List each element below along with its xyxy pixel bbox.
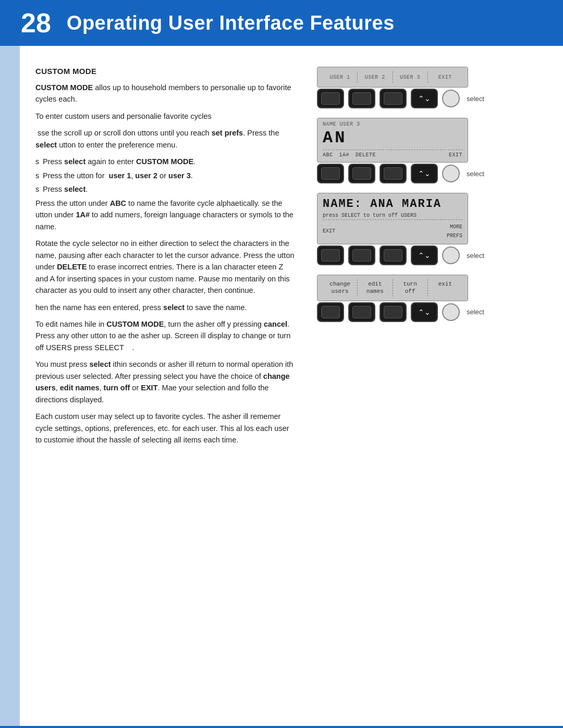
more-prefs: MOREPREFS bbox=[447, 222, 462, 240]
hw-button-arrow-2[interactable]: ⌃⌄ bbox=[411, 164, 438, 183]
hw-button-8-inner bbox=[352, 249, 371, 262]
hw-button-4[interactable] bbox=[317, 164, 344, 183]
name-user-bottom: ABC 1A# DELETE EXIT bbox=[323, 150, 462, 158]
user3-label: user 3 bbox=[400, 75, 420, 80]
chapter-title: Operating User Interface Features bbox=[67, 12, 395, 34]
hw-button-3[interactable] bbox=[380, 89, 407, 108]
bottom-bar bbox=[0, 726, 563, 728]
button-row-3: ⌃⌄ select bbox=[317, 245, 468, 265]
hw-knob-3[interactable] bbox=[442, 246, 460, 264]
paragraph-7: To edit names hile in CUSTOM MODE, turn … bbox=[35, 318, 296, 353]
edit-names-cell: editnames bbox=[358, 279, 393, 297]
hw-button-3-inner bbox=[384, 92, 402, 105]
change-edit-panel: changeusers editnames turnoff EXIT ⌃⌄ se… bbox=[317, 275, 468, 322]
name-user-value: AN bbox=[323, 128, 462, 147]
hw-button-arrow-1[interactable]: ⌃⌄ bbox=[411, 89, 438, 108]
ana-maria-title: NAME: ANA MARIA bbox=[323, 198, 462, 211]
user2-cell: user 2 bbox=[358, 71, 393, 83]
hw-button-10-inner bbox=[321, 306, 340, 318]
user1-label: user 1 bbox=[330, 75, 350, 80]
name-user-screen: NAME USER 3 AN ABC 1A# DELETE EXIT bbox=[317, 118, 468, 163]
hw-button-2[interactable] bbox=[348, 89, 375, 108]
hw-button-2-inner bbox=[352, 92, 371, 105]
select-label-4: select bbox=[467, 308, 484, 316]
paragraph-8: You must press select ithin seconds or a… bbox=[35, 359, 296, 405]
hw-knob-1[interactable] bbox=[442, 90, 460, 107]
turn-off-cell: turnoff bbox=[393, 279, 428, 297]
hw-button-8[interactable] bbox=[348, 245, 375, 265]
hw-knob-2[interactable] bbox=[442, 165, 460, 182]
hw-button-6[interactable] bbox=[380, 164, 407, 183]
change-edit-screen: changeusers editnames turnoff EXIT bbox=[317, 275, 468, 301]
text-column: Custom Mode CUSTOM MODE allos up to hous… bbox=[20, 61, 312, 717]
hw-button-4-inner bbox=[321, 167, 340, 180]
change-edit-row: changeusers editnames turnoff EXIT bbox=[323, 279, 462, 297]
hw-button-arrow-4[interactable]: ⌃⌄ bbox=[411, 302, 438, 322]
hw-button-5[interactable] bbox=[348, 164, 375, 183]
select-label-2: select bbox=[467, 170, 484, 178]
abc-opt: ABC bbox=[323, 152, 333, 158]
name-user-panel: NAME USER 3 AN ABC 1A# DELETE EXIT bbox=[317, 118, 468, 183]
user-select-row: user 1 user 2 user 3 EXIT bbox=[323, 71, 462, 83]
main-content: Custom Mode CUSTOM MODE allos up to hous… bbox=[20, 46, 563, 728]
hw-button-11-inner bbox=[352, 306, 371, 318]
exit1-cell: EXIT bbox=[428, 71, 462, 83]
paragraph-4: Press the utton under ABC to name the fa… bbox=[35, 198, 296, 232]
hw-button-11[interactable] bbox=[348, 302, 375, 322]
hash-opt: 1A# bbox=[339, 152, 350, 158]
bullet-3: Press select. bbox=[35, 183, 296, 195]
ana-maria-bottom: EXIT MOREPREFS bbox=[323, 219, 462, 240]
chapter-number: 28 bbox=[0, 9, 67, 36]
hw-button-7-inner bbox=[321, 249, 340, 262]
button-row-2: ⌃⌄ select bbox=[317, 164, 468, 183]
paragraph-1: CUSTOM MODE allos up to household member… bbox=[35, 82, 296, 105]
hw-button-12-inner bbox=[384, 306, 402, 318]
bullet-1: Press select again to enter CUSTOM MODE. bbox=[35, 156, 296, 167]
paragraph-9: Each custom user may select up to favori… bbox=[35, 411, 296, 446]
ana-maria-screen: NAME: ANA MARIA press SELECT to turn off… bbox=[317, 193, 468, 244]
content-wrapper: Custom Mode CUSTOM MODE allos up to hous… bbox=[0, 46, 563, 728]
exit3-label: EXIT bbox=[323, 228, 335, 234]
bullet-2: Press the utton for user 1, user 2 or us… bbox=[35, 170, 296, 181]
select-label-1: select bbox=[467, 95, 484, 103]
delete-opt: DELETE bbox=[356, 152, 376, 158]
name-user-title: NAME USER 3 bbox=[323, 121, 462, 127]
user1-cell: user 1 bbox=[323, 71, 358, 83]
hw-button-arrow-3[interactable]: ⌃⌄ bbox=[411, 245, 438, 265]
name-user-opts: ABC 1A# DELETE bbox=[323, 152, 376, 158]
page-header: 28 Operating User Interface Features bbox=[0, 0, 563, 46]
exit4-cell: EXIT bbox=[428, 279, 462, 289]
ui-column: user 1 user 2 user 3 EXIT bbox=[312, 61, 479, 717]
ana-maria-sub: press SELECT to turn off USERS bbox=[323, 213, 462, 218]
exit1-label: EXIT bbox=[438, 75, 452, 80]
ana-maria-panel: NAME: ANA MARIA press SELECT to turn off… bbox=[317, 193, 468, 265]
hw-button-1-inner bbox=[321, 92, 340, 105]
hw-knob-4[interactable] bbox=[442, 303, 460, 321]
user-select-panel: user 1 user 2 user 3 EXIT bbox=[317, 67, 468, 108]
user2-label: user 2 bbox=[365, 75, 385, 80]
hw-button-5-inner bbox=[352, 167, 371, 180]
select-label-3: select bbox=[467, 252, 484, 260]
left-accent-bar bbox=[0, 46, 20, 728]
more-prefs-text: MOREPREFS bbox=[447, 224, 462, 239]
paragraph-3: sse the scroll up or scroll don uttons u… bbox=[35, 127, 296, 151]
button-row-1: ⌃⌄ select bbox=[317, 89, 468, 108]
hw-button-6-inner bbox=[384, 167, 402, 180]
user3-cell: user 3 bbox=[393, 71, 428, 83]
button-row-4: ⌃⌄ select bbox=[317, 302, 468, 322]
hw-button-7[interactable] bbox=[317, 245, 344, 265]
paragraph-2: To enter custom users and personalie fav… bbox=[35, 110, 296, 122]
hw-button-9-inner bbox=[384, 249, 402, 262]
paragraph-6: hen the name has een entered, press sele… bbox=[35, 302, 296, 313]
hw-button-10[interactable] bbox=[317, 302, 344, 322]
hw-button-9[interactable] bbox=[380, 245, 407, 265]
hw-button-12[interactable] bbox=[380, 302, 407, 322]
paragraph-5: Rotate the cycle selector no in either d… bbox=[35, 238, 296, 296]
change-users-cell: changeusers bbox=[323, 279, 358, 297]
section-heading: Custom Mode bbox=[35, 67, 296, 76]
hw-button-1[interactable] bbox=[317, 89, 344, 108]
exit2-opt: EXIT bbox=[449, 152, 462, 158]
user-select-screen: user 1 user 2 user 3 EXIT bbox=[317, 67, 468, 88]
